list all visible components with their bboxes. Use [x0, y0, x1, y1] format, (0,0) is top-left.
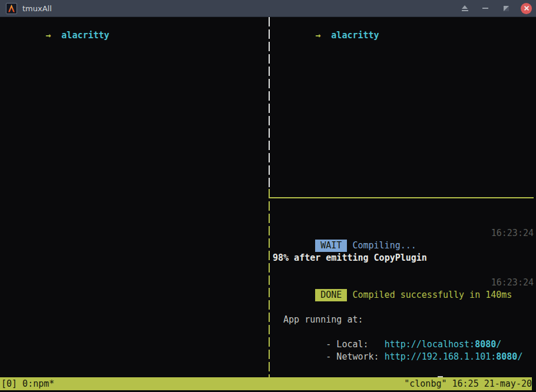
maximize-icon — [504, 6, 509, 11]
progress-line: 98% after emitting CopyPlugin — [273, 252, 534, 264]
window-controls — [459, 2, 532, 14]
empty-line — [273, 289, 534, 301]
app-running-header: App running at: — [273, 314, 534, 326]
empty-line — [273, 240, 534, 252]
pane-border-vertical-active[interactable] — [269, 189, 270, 377]
tmux-hostname-clock: "clonbg" 16:25 21-may-20 — [404, 377, 532, 390]
empty-line — [273, 215, 534, 227]
pane-top-right[interactable]: →alacritty — [273, 17, 534, 29]
pane-left[interactable]: →alacritty — [0, 17, 267, 377]
minimize-icon — [482, 8, 488, 9]
shell-prompt-line: →alacritty — [3, 17, 267, 29]
titlebar[interactable]: tmuxAll — [0, 0, 536, 17]
pane-border-vertical-inactive[interactable] — [269, 17, 270, 189]
log-line-wait: WAITCompiling... 16:23:24 — [273, 227, 534, 240]
prompt-command: alacritty — [61, 30, 109, 41]
maximize-button[interactable] — [500, 2, 512, 14]
pane-bottom-right[interactable]: WAITCompiling... 16:23:24 98% after emit… — [273, 202, 534, 376]
prompt-arrow-icon: → — [45, 30, 51, 41]
window-title: tmuxAll — [22, 4, 52, 13]
prompt-command: alacritty — [331, 30, 379, 41]
command-input-line[interactable]: tmux-sacale-mas-partido — [273, 363, 534, 376]
done-timestamp: 16:23:24 — [491, 277, 534, 289]
empty-line — [273, 264, 534, 277]
alacritty-logo-icon — [6, 3, 17, 14]
pane-border-horizontal-active[interactable] — [269, 197, 534, 198]
shell-prompt-line: →alacritty — [273, 17, 534, 29]
log-line-done: DONECompiled successfully in 140ms 16:23… — [273, 277, 534, 289]
tmux-status-bar: [0] 0:npm* "clonbg" 16:25 21-may-20 — [0, 377, 536, 390]
local-url-line: - Local:http://localhost:8080/ — [273, 326, 534, 338]
empty-line — [273, 202, 534, 215]
empty-line — [273, 351, 534, 363]
terminal-area: →alacritty →alacritty WAITCompiling... 1… — [0, 17, 536, 377]
shade-button[interactable] — [459, 2, 471, 14]
eject-icon — [462, 5, 468, 9]
eject-icon-bar — [462, 10, 468, 11]
minimize-button[interactable] — [479, 2, 491, 14]
close-button[interactable] — [521, 3, 532, 14]
prompt-arrow-icon: → — [315, 30, 320, 41]
status-bar-end-cell — [532, 377, 536, 390]
wait-timestamp: 16:23:24 — [491, 227, 534, 240]
alacritty-logo-triangle — [8, 5, 15, 12]
network-url-line: - Network:http://192.168.1.101:8080/ — [273, 338, 534, 351]
empty-line — [273, 301, 534, 314]
tmux-session-window[interactable]: [0] 0:npm* — [1, 377, 54, 390]
alacritty-window: tmuxAll →alacritty — [0, 0, 536, 392]
